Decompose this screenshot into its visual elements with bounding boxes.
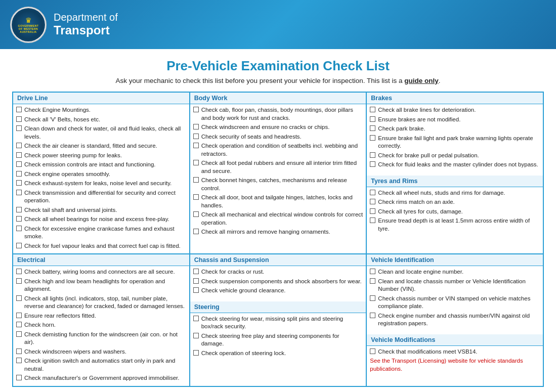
checkbox[interactable] — [16, 171, 22, 177]
list-item: Check manufacturer's or Government appro… — [16, 374, 186, 382]
list-item: Check for cracks or rust. — [193, 268, 363, 276]
checkbox[interactable] — [16, 107, 22, 112]
checkbox[interactable] — [370, 135, 375, 141]
list-item: Check all mechanical and electrical wind… — [193, 211, 363, 227]
list-item: Check engine operates smoothly. — [16, 170, 186, 179]
checkbox[interactable] — [370, 190, 375, 195]
checkbox[interactable] — [193, 269, 199, 274]
list-item: Check vehicle ground clearance. — [193, 287, 363, 295]
electrical-items: Check battery, wiring looms and connecto… — [13, 266, 189, 386]
subtitle-pre: Ask your mechanic to check this list bef… — [115, 77, 404, 84]
checkbox[interactable] — [16, 125, 22, 131]
government-logo: ♛ GOVERNMENTOF WESTERNAUSTRALIA — [10, 7, 47, 43]
drive-line-items: Check Engine Mountings. Check all 'V' Be… — [13, 104, 189, 253]
checkbox[interactable] — [16, 295, 22, 301]
list-item: Check all brake lines for deterioration. — [370, 106, 540, 114]
checkbox[interactable] — [16, 190, 22, 195]
tyres-rims-items: Check all wheel nuts, studs and rims for… — [367, 187, 543, 237]
list-item: Check all 'V' Belts, hoses etc. — [16, 116, 186, 124]
checkbox[interactable] — [16, 116, 22, 122]
checkbox[interactable] — [370, 295, 375, 301]
checkbox[interactable] — [16, 358, 22, 363]
list-item: Check all door, boot and tailgate hinges… — [193, 194, 363, 209]
list-item: Check all lights (incl. indicators, stop… — [16, 295, 186, 311]
brakes-title: Brakes — [367, 93, 543, 104]
department-label: Department of — [54, 12, 118, 23]
checkbox[interactable] — [370, 208, 375, 214]
section-chassis-steering: Chassis and Suspension Check for cracks … — [190, 254, 367, 386]
guide-only: guide only — [404, 77, 439, 84]
checkbox[interactable] — [193, 143, 199, 148]
list-item: Clean and locate engine number. — [370, 268, 540, 276]
checkbox[interactable] — [370, 199, 375, 204]
checkbox[interactable] — [370, 349, 375, 354]
list-item: Check windscreen wipers and washers. — [16, 348, 186, 356]
checkbox[interactable] — [16, 349, 22, 354]
checkbox[interactable] — [16, 243, 22, 248]
checkbox[interactable] — [193, 194, 199, 200]
checkbox[interactable] — [16, 180, 22, 186]
electrical-title: Electrical — [13, 254, 189, 266]
checkbox[interactable] — [193, 316, 199, 321]
list-item: Check security of seats and headrests. — [193, 133, 363, 141]
checkbox[interactable] — [16, 207, 22, 212]
checklist-grid: Drive Line Check Engine Mountings. Check… — [12, 92, 544, 387]
list-item: Check power steering pump for leaks. — [16, 152, 186, 160]
checkbox[interactable] — [370, 269, 375, 274]
checkbox[interactable] — [193, 177, 199, 183]
list-item: Check exhaust-system for leaks, noise le… — [16, 180, 186, 188]
list-item: Check demisting function for the windscr… — [16, 331, 186, 346]
checkbox[interactable] — [16, 331, 22, 337]
checkbox[interactable] — [370, 152, 375, 158]
list-item: Check for fluid leaks and the master cyl… — [370, 161, 540, 169]
checkbox[interactable] — [193, 134, 199, 139]
department-title: Department of Transport — [54, 12, 118, 37]
checkbox[interactable] — [16, 375, 22, 380]
checkbox[interactable] — [370, 278, 375, 284]
checkbox[interactable] — [370, 161, 375, 167]
list-item: Check steering for wear, missing split p… — [193, 315, 363, 331]
subtitle: Ask your mechanic to check this list bef… — [12, 77, 544, 84]
list-item: Ensure brakes are not modified. — [370, 116, 540, 124]
checkbox[interactable] — [16, 143, 22, 148]
checkbox[interactable] — [370, 125, 375, 131]
vehicle-mods-items: Check that modifications meet VSB14. See… — [367, 346, 543, 377]
list-item: Check all wheel nuts, studs and rims for… — [370, 189, 540, 197]
subtitle-post: . — [439, 77, 441, 84]
checkbox[interactable] — [193, 278, 199, 284]
checkbox[interactable] — [16, 322, 22, 327]
tyres-rims-title: Tyres and Rims — [367, 176, 543, 187]
checkbox[interactable] — [16, 278, 22, 284]
checkbox[interactable] — [16, 216, 22, 222]
checkbox[interactable] — [370, 217, 375, 223]
list-item: Ensure tread depth is at least 1.5mm acr… — [370, 217, 540, 233]
checkbox[interactable] — [16, 152, 22, 158]
vehicle-id-items: Clean and locate engine number. Clean an… — [367, 266, 543, 331]
checkbox[interactable] — [370, 107, 375, 112]
checkbox[interactable] — [193, 333, 199, 338]
checkbox[interactable] — [193, 229, 199, 234]
list-item: Check for brake pull or pedal pulsation. — [370, 152, 540, 160]
checkbox[interactable] — [16, 161, 22, 167]
checkbox[interactable] — [16, 226, 22, 231]
section-body-work: Body Work Check cab, floor pan, chassis,… — [190, 92, 367, 254]
checkbox[interactable] — [370, 116, 375, 122]
checkbox[interactable] — [16, 313, 22, 318]
checkbox[interactable] — [193, 124, 199, 129]
checkbox[interactable] — [193, 287, 199, 293]
header: ♛ GOVERNMENTOF WESTERNAUSTRALIA Departme… — [0, 0, 556, 49]
checkbox[interactable] — [193, 160, 199, 165]
checkbox[interactable] — [193, 350, 199, 356]
list-item: Check operation and condition of seatbel… — [193, 142, 363, 158]
list-item: Check for fuel vapour leaks and that cor… — [16, 242, 186, 250]
section-drive-line: Drive Line Check Engine Mountings. Check… — [13, 92, 190, 254]
checkbox[interactable] — [16, 269, 22, 274]
list-item: Check chassis number or VIN stamped on v… — [370, 295, 540, 311]
list-item: See the Transport (Licensing) website fo… — [370, 357, 540, 373]
checkbox[interactable] — [193, 211, 199, 217]
checkbox[interactable] — [193, 107, 199, 112]
chassis-items: Check for cracks or rust. Check suspensi… — [190, 266, 366, 298]
transport-website-link[interactable]: See the Transport (Licensing) website fo… — [370, 357, 540, 373]
list-item: Check engine number and chassis number/V… — [370, 312, 540, 328]
checkbox[interactable] — [370, 313, 375, 318]
